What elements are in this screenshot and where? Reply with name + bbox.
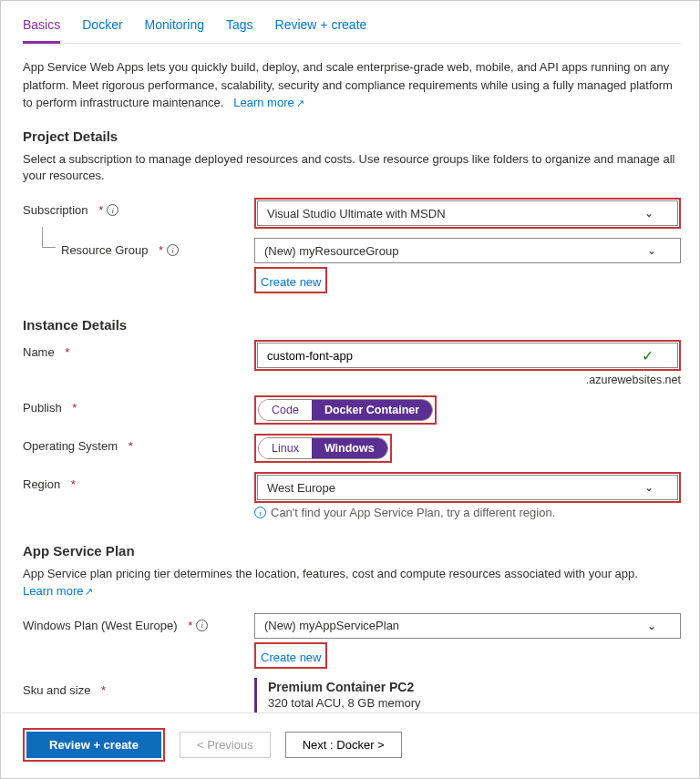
subscription-label: Subscription * i xyxy=(23,198,254,217)
name-input[interactable] xyxy=(267,349,642,363)
subscription-select[interactable]: Visual Studio Ultimate with MSDN ⌄ xyxy=(257,200,678,226)
tab-basics[interactable]: Basics xyxy=(23,17,60,44)
resource-group-select[interactable]: (New) myResourceGroup ⌄ xyxy=(254,238,681,263)
publish-toggle: Code Docker Container xyxy=(258,399,433,421)
os-toggle: Linux Windows xyxy=(258,437,388,459)
instance-details-heading: Instance Details xyxy=(23,317,681,333)
name-label: Name * xyxy=(23,340,254,359)
chevron-down-icon: ⌄ xyxy=(647,620,656,632)
domain-suffix: .azurewebsites.net xyxy=(254,374,681,386)
sku-name: Premium Container PC2 xyxy=(268,680,681,694)
publish-code-option[interactable]: Code xyxy=(259,400,312,420)
publish-docker-option[interactable]: Docker Container xyxy=(312,400,432,420)
create-new-rg-link[interactable]: Create new xyxy=(257,273,324,291)
external-link-icon: ↗ xyxy=(296,97,304,108)
intro-text: App Service Web Apps lets you quickly bu… xyxy=(23,58,681,112)
check-icon: ✓ xyxy=(642,347,654,364)
os-windows-option[interactable]: Windows xyxy=(312,438,387,458)
region-helper: i Can't find your App Service Plan, try … xyxy=(254,506,681,519)
tab-review-create[interactable]: Review + create xyxy=(275,17,367,43)
tab-tags[interactable]: Tags xyxy=(226,17,253,43)
chevron-down-icon: ⌄ xyxy=(644,207,654,220)
windows-plan-select[interactable]: (New) myAppServicePlan ⌄ xyxy=(254,613,681,639)
next-button[interactable]: Next : Docker > xyxy=(285,732,402,758)
os-linux-option[interactable]: Linux xyxy=(259,438,312,458)
review-create-button[interactable]: Review + create xyxy=(26,732,161,758)
app-service-plan-heading: App Service Plan xyxy=(23,543,681,559)
footer-bar: Review + create < Previous Next : Docker… xyxy=(1,712,699,778)
publish-label: Publish * xyxy=(23,395,254,415)
learn-more-link[interactable]: Learn more↗ xyxy=(233,96,304,109)
region-select[interactable]: West Europe ⌄ xyxy=(257,475,678,500)
windows-plan-label: Windows Plan (West Europe) * i xyxy=(23,613,254,632)
tab-bar: Basics Docker Monitoring Tags Review + c… xyxy=(23,1,681,44)
sku-detail: 320 total ACU, 8 GB memory xyxy=(268,696,681,710)
name-input-wrap: ✓ xyxy=(257,343,678,368)
info-icon: i xyxy=(254,507,266,518)
info-icon[interactable]: i xyxy=(196,620,208,631)
region-label: Region * xyxy=(23,472,254,491)
resource-group-label: Resource Group * i xyxy=(23,238,254,257)
project-details-heading: Project Details xyxy=(23,128,681,144)
project-details-desc: Select a subscription to manage deployed… xyxy=(23,151,681,186)
chevron-down-icon: ⌄ xyxy=(647,244,656,257)
tab-docker[interactable]: Docker xyxy=(82,17,122,43)
plan-desc: App Service plan pricing tier determines… xyxy=(23,567,638,580)
chevron-down-icon: ⌄ xyxy=(644,481,654,494)
plan-learn-more-link[interactable]: Learn more↗ xyxy=(23,584,93,598)
info-icon[interactable]: i xyxy=(167,244,179,256)
sku-label: Sku and size * xyxy=(23,678,254,697)
tab-monitoring[interactable]: Monitoring xyxy=(145,17,204,43)
os-label: Operating System * xyxy=(23,434,254,453)
info-icon[interactable]: i xyxy=(107,204,118,216)
external-link-icon: ↗ xyxy=(85,586,93,597)
previous-button: < Previous xyxy=(180,732,271,758)
create-new-plan-link[interactable]: Create new xyxy=(257,649,324,666)
